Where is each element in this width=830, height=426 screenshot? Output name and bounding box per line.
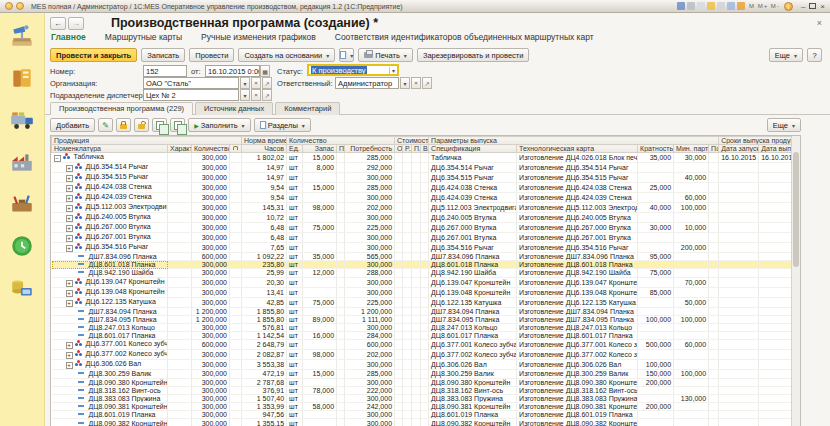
nomenclature-cell[interactable]: ДЦ8.942.190 Шайба bbox=[52, 269, 168, 277]
table-row[interactable]: +ДЦ6.377.002 Колесо зубчатое300,0002 082… bbox=[52, 350, 799, 360]
nomenclature-cell[interactable]: ДЦ8.090.381 Кронштейн bbox=[52, 403, 168, 411]
nomenclature-cell[interactable]: ДЦ8.383.083 Пружина bbox=[52, 394, 168, 402]
col-min-batch[interactable]: Мин. партия bbox=[674, 145, 709, 153]
preview-icon[interactable] bbox=[697, 2, 705, 10]
add-row-button[interactable]: Добавить bbox=[50, 118, 95, 132]
nomenclature-cell[interactable]: +ДЦ6.424.038 Стенка bbox=[52, 183, 168, 193]
vertical-scroll-thumb[interactable] bbox=[793, 152, 799, 267]
group-products[interactable]: Продукция bbox=[52, 137, 242, 145]
nomenclature-cell[interactable]: ДШ7.834.096 Планка bbox=[52, 253, 168, 261]
table-row[interactable]: ДШ7.834.096 Планка600,0001 092,22шт35,00… bbox=[52, 253, 799, 261]
nomenclature-cell[interactable]: +ДЦ6.267.000 Втулка bbox=[52, 223, 168, 233]
expand-icon[interactable]: + bbox=[66, 165, 73, 172]
table-row[interactable]: ДЦ8.383.083 Пружина300,0001 507,40шт300,… bbox=[52, 394, 799, 402]
dept-clear-icon[interactable]: × bbox=[251, 89, 261, 101]
more-button[interactable]: Еще bbox=[769, 48, 803, 62]
group-cost[interactable]: Стоимость bbox=[395, 137, 429, 145]
resp-open-link-icon[interactable]: ↗ bbox=[422, 77, 432, 89]
col-need[interactable]: Потребность bbox=[345, 145, 395, 153]
table-row[interactable]: +ДЦ6.306.026 Вал300,0003 553,38шт300,000… bbox=[52, 360, 799, 370]
table-row[interactable]: −Табличка300,0001 802,02шт15,000285,000Т… bbox=[52, 153, 799, 163]
expand-icon[interactable]: + bbox=[66, 290, 73, 297]
table-row[interactable]: +ДЦ6.424.038 Стенка300,0009,54шт15,00028… bbox=[52, 183, 799, 193]
table-row[interactable]: +ДЦ6.267.000 Втулка300,0006,48шт75,00022… bbox=[52, 223, 799, 233]
create-based-on-button[interactable]: Создать на основании bbox=[238, 48, 335, 62]
tab-data-source[interactable]: Источник данных bbox=[195, 102, 273, 115]
copy-down-icon-button[interactable] bbox=[170, 118, 185, 132]
forward-icon[interactable]: → bbox=[68, 17, 84, 30]
col-tech-map[interactable]: Технологическая карта bbox=[517, 145, 638, 153]
desktop-icon[interactable] bbox=[9, 23, 35, 49]
print-button[interactable]: Печать bbox=[358, 48, 413, 62]
expand-icon[interactable]: + bbox=[66, 225, 73, 232]
table-row[interactable]: ДШ7.834.095 Планка1 200,0001 855,80шт89,… bbox=[52, 315, 799, 323]
group-time-norm[interactable]: Норма времени bbox=[242, 137, 287, 145]
table-row[interactable]: ДЦ8.247.013 Кольцо300,000576,81шт300,000… bbox=[52, 323, 799, 331]
back-icon[interactable]: ← bbox=[50, 17, 66, 30]
save-button[interactable]: Записать bbox=[141, 48, 185, 62]
col-characteristic[interactable]: Характ... bbox=[168, 145, 192, 153]
logistics-truck-icon[interactable] bbox=[9, 107, 35, 133]
table-row[interactable]: +ДЦ6.377.001 Колесо зубчатое600,0002 648… bbox=[52, 340, 799, 350]
col-quantity[interactable]: Количество bbox=[192, 145, 230, 153]
table-row[interactable]: +ДЦ6.354.514 Рычаг300,00014,97шт8,000292… bbox=[52, 163, 799, 173]
copy-icon[interactable] bbox=[727, 2, 735, 10]
table-row[interactable]: ДЦ8.300.259 Валик300,000472,19шт15,00028… bbox=[52, 370, 799, 378]
expand-icon[interactable]: + bbox=[66, 362, 73, 369]
expand-icon[interactable]: + bbox=[66, 175, 73, 182]
table-row[interactable]: +ДЦ6.240.005 Втулка300,00010,72шт300,000… bbox=[52, 213, 799, 223]
table-row[interactable]: +ДЦ6.424.039 Стенка300,0009,54шт300,000Д… bbox=[52, 193, 799, 203]
col-v[interactable]: В bbox=[421, 145, 429, 153]
table-row[interactable]: ДЦ8.942.190 Шайба300,00025,99шт12,000288… bbox=[52, 269, 799, 277]
department-combo[interactable]: Цех № 2 bbox=[143, 89, 239, 101]
expand-icon[interactable]: + bbox=[66, 342, 73, 349]
unlock-icon-button[interactable] bbox=[134, 118, 149, 132]
number-field[interactable]: 152 bbox=[143, 65, 187, 77]
col-hours[interactable]: Часов bbox=[242, 145, 287, 153]
close-form-icon[interactable]: × bbox=[817, 18, 822, 28]
data-exchange-icon[interactable] bbox=[9, 275, 35, 301]
sections-button[interactable]: Разделы bbox=[254, 118, 311, 132]
nomenclature-cell[interactable]: ДШ7.834.095 Планка bbox=[52, 315, 168, 323]
col-o[interactable]: О bbox=[395, 145, 403, 153]
nomenclature-cell[interactable]: +ДЦ6.267.001 Втулка bbox=[52, 233, 168, 243]
col-specification[interactable]: Спецификация bbox=[429, 145, 517, 153]
tools-icon[interactable] bbox=[9, 191, 35, 217]
tab-main[interactable]: Главное bbox=[51, 32, 86, 42]
expand-icon[interactable]: + bbox=[66, 280, 73, 287]
resp-dropdown-icon[interactable]: ▾ bbox=[400, 77, 410, 89]
nomenclature-cell[interactable]: ДЦ8.247.013 Кольцо bbox=[52, 323, 168, 331]
col-unit[interactable]: Ед. bbox=[287, 145, 303, 153]
related-documents-icon-button[interactable] bbox=[339, 48, 354, 62]
calendar-icon[interactable]: ▦ bbox=[260, 65, 270, 77]
nomenclature-cell[interactable]: +ДЦ6.377.001 Колесо зубчатое bbox=[52, 340, 168, 350]
table-row[interactable]: ДЦ8.090.381 Кронштейн300,0001 353,99шт58… bbox=[52, 403, 799, 411]
nomenclature-cell[interactable]: +ДЦ6.122.135 Катушка bbox=[52, 297, 168, 307]
col-nomenclature[interactable]: Номенклатура bbox=[52, 145, 168, 153]
tab-production-program[interactable]: Производственная программа (229) bbox=[50, 102, 193, 115]
expand-icon[interactable]: + bbox=[66, 235, 73, 242]
restore-icon[interactable] bbox=[809, 3, 816, 9]
collapse-icon[interactable]: − bbox=[54, 155, 61, 162]
nomenclature-cell[interactable]: ДЦ8.601.018 Планка bbox=[52, 261, 168, 269]
table-row[interactable]: +ДЦ6.122.135 Катушка300,00042,85шт75,000… bbox=[52, 297, 799, 307]
col-lock[interactable] bbox=[230, 145, 242, 153]
nomenclature-cell[interactable]: ДЦ8.090.382 Кронштейн bbox=[52, 419, 168, 426]
group-output-params[interactable]: Параметры выпуска bbox=[429, 137, 719, 145]
col-po[interactable]: По... bbox=[709, 145, 719, 153]
nomenclature-cell[interactable]: +ДЦ6.354.515 Рычаг bbox=[52, 173, 168, 183]
col-p2[interactable]: П... bbox=[412, 145, 421, 153]
table-row[interactable]: ДЦ8.318.162 Винт-ось300,000376,91шт78,00… bbox=[52, 386, 799, 394]
expand-icon[interactable]: + bbox=[66, 215, 73, 222]
col-multiplicity[interactable]: Кратность bbox=[638, 145, 674, 153]
nomenclature-cell[interactable]: +ДЦ6.354.514 Рычаг bbox=[52, 163, 168, 173]
reserve-and-post-button[interactable]: Зарезервировать и провести bbox=[417, 48, 530, 62]
minimize-icon[interactable]: – bbox=[801, 2, 805, 11]
table-row[interactable]: +ДЦ6.139.047 Кронштейн300,00020,30шт300,… bbox=[52, 277, 799, 287]
col-stock[interactable]: Запас bbox=[303, 145, 337, 153]
responsible-combo[interactable]: Администратор bbox=[335, 77, 399, 89]
expand-icon[interactable]: + bbox=[66, 195, 73, 202]
vertical-scrollbar[interactable] bbox=[791, 136, 800, 426]
nomenclature-cell[interactable]: +ДЦ6.354.516 Рычаг bbox=[52, 243, 168, 253]
nomenclature-cell[interactable]: +ДЦ6.424.039 Стенка bbox=[52, 193, 168, 203]
